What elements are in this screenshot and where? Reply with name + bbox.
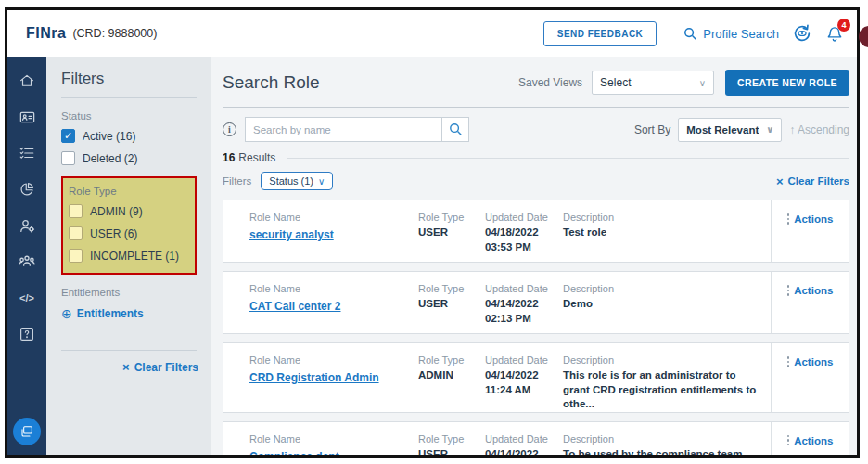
notifications-button[interactable]: 4 [825, 24, 844, 44]
tasks-list-icon[interactable] [18, 144, 36, 162]
role-card: Role Name security analyst Role Type USE… [223, 200, 849, 263]
recently-viewed-button[interactable] [792, 23, 812, 44]
sort-group: Sort By Most Relevant ∨ ↑ Ascending [634, 118, 849, 142]
history-eye-icon [792, 23, 812, 44]
checkbox-checked[interactable]: ✓ [61, 129, 75, 143]
role-name-link[interactable]: CRD Registration Admin [249, 371, 379, 384]
saved-views-label: Saved Views [518, 76, 582, 89]
role-name-link[interactable]: security analyst [249, 228, 334, 241]
page-title: Search Role [223, 72, 320, 93]
filter-status-deleted[interactable]: Deleted (2) [61, 151, 198, 165]
search-button[interactable] [441, 117, 469, 142]
actions-label: Actions [794, 213, 833, 225]
search-input[interactable] [245, 117, 441, 142]
profile-search-button[interactable]: Profile Search [683, 27, 779, 41]
actions-button[interactable]: Actions [787, 356, 834, 367]
contact-card-icon[interactable] [18, 108, 36, 126]
filter-role-type-option[interactable]: ADMIN (9) [69, 204, 189, 218]
column-label-description: Description [563, 212, 761, 223]
column-label-updated-date: Updated Date [485, 354, 563, 366]
column-label-description: Description [563, 283, 761, 294]
column-label-role-type: Role Type [418, 433, 485, 445]
people-group-icon[interactable] [18, 252, 36, 271]
filter-option-label: Deleted [83, 152, 121, 165]
checkbox-unchecked[interactable] [61, 151, 75, 165]
clear-filters-label: Clear Filters [788, 175, 849, 187]
filters-divider [61, 97, 197, 98]
updated-date-value: 04/14/2022 [485, 447, 563, 455]
actions-button[interactable]: Actions [787, 213, 834, 225]
title-row: Search Role Saved Views Select ∨ CREATE … [223, 70, 849, 96]
role-name-link[interactable]: CAT Call center 2 [249, 300, 340, 313]
applied-filters-row: Filters Status (1) ∨ × Clear Filters [223, 172, 849, 190]
kebab-menu-icon [787, 435, 790, 446]
checkbox-unchecked[interactable] [69, 249, 83, 263]
search-row: i Sort By Most Relevant ∨ ↑ Ascending [223, 117, 849, 142]
body-row: </> Filters Status ✓ Active (16) [7, 57, 857, 455]
top-header: FINra (CRD: 9888000) SEND FEEDBACK Profi… [7, 10, 857, 57]
sort-by-select[interactable]: Most Relevant ∨ [678, 118, 782, 142]
filter-role-type-option[interactable]: INCOMPLETE (1) [69, 249, 189, 263]
window-switcher-icon [19, 424, 34, 439]
updated-time-value: 03:53 PM [485, 240, 563, 255]
main-clear-filters-link[interactable]: × Clear Filters [776, 174, 849, 188]
role-name-link[interactable]: Compliance dept [249, 450, 339, 455]
filter-option-count: (9) [129, 205, 143, 218]
actions-label: Actions [794, 435, 833, 446]
status-filter-chip[interactable]: Status (1) ∨ [261, 172, 333, 190]
search-icon [449, 122, 463, 136]
filter-option-label: INCOMPLETE [90, 250, 162, 263]
clear-filters-label: Clear Filters [134, 361, 198, 374]
pie-chart-icon[interactable] [18, 180, 36, 199]
actions-label: Actions [794, 285, 833, 296]
avatar[interactable] [859, 26, 868, 47]
filter-option-count: (2) [124, 152, 138, 165]
crd-number: (CRD: 9888000) [72, 27, 157, 40]
entitlements-link-label: Entitlements [77, 307, 144, 320]
filter-option-count: (6) [124, 227, 138, 240]
send-feedback-button[interactable]: SEND FEEDBACK [543, 21, 657, 46]
results-count: 16 [223, 151, 235, 164]
filters-bottom-divider [61, 350, 197, 351]
role-type-highlight-box: Role Type ADMIN (9) USER (6) INCOMPLETE … [61, 176, 197, 275]
checkbox-unchecked[interactable] [69, 204, 83, 218]
filter-option-label: ADMIN [90, 205, 126, 218]
ascending-toggle: ↑ Ascending [789, 123, 849, 136]
window-switcher-button[interactable] [13, 418, 41, 445]
description-value: Test role [563, 226, 761, 240]
header-actions: SEND FEEDBACK Profile Search [543, 21, 844, 46]
updated-date-value: 04/14/2022 [485, 297, 563, 312]
filter-option-count: (16) [116, 130, 135, 143]
actions-button[interactable]: Actions [787, 435, 834, 446]
role-type-value: USER [418, 297, 485, 312]
app-window: FINra (CRD: 9888000) SEND FEEDBACK Profi… [5, 7, 860, 458]
sort-by-value: Most Relevant [686, 124, 759, 135]
description-value: To be used by the compliance team [563, 447, 761, 455]
main-content: Search Role Saved Views Select ∨ CREATE … [211, 57, 857, 455]
column-label-role-type: Role Type [418, 354, 485, 366]
kebab-menu-icon [787, 356, 790, 367]
actions-button[interactable]: Actions [787, 285, 834, 296]
entitlements-section-label: Entitlements [61, 287, 198, 298]
column-label-updated-date: Updated Date [485, 283, 563, 294]
home-icon[interactable] [18, 71, 36, 90]
search-icon [683, 27, 697, 41]
filter-status-active[interactable]: ✓ Active (16) [61, 129, 198, 143]
saved-views-select[interactable]: Select ∨ [592, 71, 714, 95]
sidebar-clear-filters-link[interactable]: × Clear Filters [122, 360, 198, 374]
filter-role-type-option[interactable]: USER (6) [69, 226, 189, 240]
create-new-role-button[interactable]: CREATE NEW ROLE [725, 70, 849, 96]
column-label-description: Description [563, 433, 761, 445]
updated-time-value: 11:24 AM [485, 383, 563, 398]
add-entitlements-link[interactable]: ⊕ Entitlements [61, 306, 144, 321]
checkbox-unchecked[interactable] [69, 226, 83, 240]
help-icon[interactable] [18, 325, 36, 343]
finra-logo: FINra [26, 25, 66, 42]
role-type-value: USER [418, 226, 485, 240]
user-gear-icon[interactable] [18, 216, 36, 235]
saved-views-value: Select [600, 76, 631, 89]
info-icon[interactable]: i [223, 122, 236, 136]
filter-option-label: USER [90, 227, 121, 240]
kebab-menu-icon [787, 285, 790, 296]
code-icon[interactable]: </> [18, 289, 36, 307]
